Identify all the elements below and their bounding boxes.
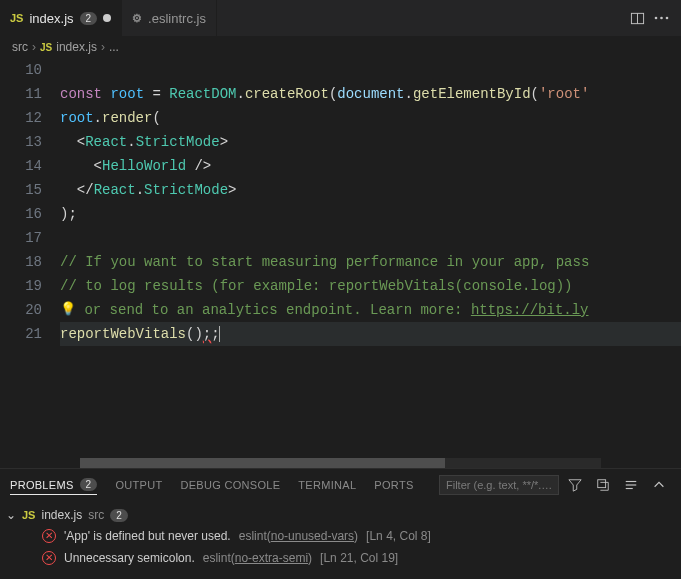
line-number: 12	[0, 106, 42, 130]
line-gutter: 101112131415161718192021	[0, 58, 60, 458]
line-number: 14	[0, 154, 42, 178]
problem-message: Unnecessary semicolon.	[64, 551, 195, 565]
problem-location: [Ln 4, Col 8]	[366, 529, 431, 543]
dirty-indicator-icon	[103, 14, 111, 22]
problem-file-name: index.js	[41, 508, 82, 522]
code-line[interactable]: <HelloWorld />	[60, 154, 681, 178]
problem-source: eslint(no-extra-semi)	[203, 551, 312, 565]
code-area[interactable]: const root = ReactDOM.createRoot(documen…	[60, 58, 681, 458]
panel-tab-ports[interactable]: PORTS	[374, 479, 413, 491]
code-editor[interactable]: 101112131415161718192021 const root = Re…	[0, 58, 681, 458]
problem-source: eslint(no-unused-vars)	[239, 529, 358, 543]
breadcrumb-file[interactable]: index.js	[56, 40, 97, 54]
line-number: 19	[0, 274, 42, 298]
svg-point-4	[665, 17, 668, 20]
error-icon: ✕	[42, 529, 56, 543]
line-number: 17	[0, 226, 42, 250]
error-icon: ✕	[42, 551, 56, 565]
problem-rule[interactable]: no-unused-vars	[271, 529, 354, 543]
code-line[interactable]: );	[60, 202, 681, 226]
code-line[interactable]	[60, 58, 681, 82]
js-file-icon: JS	[10, 12, 23, 24]
problem-rule[interactable]: no-extra-semi	[235, 551, 308, 565]
chevron-down-icon[interactable]: ⌄	[6, 508, 16, 522]
tab-problem-badge: 2	[80, 12, 98, 25]
panel-tab-debug-console[interactable]: DEBUG CONSOLE	[180, 479, 280, 491]
editor-tabbar: JS index.js 2 ⚙ .eslintrc.js	[0, 0, 681, 36]
code-line[interactable]: const root = ReactDOM.createRoot(documen…	[60, 82, 681, 106]
code-line[interactable]: 💡 or send to an analytics endpoint. Lear…	[60, 298, 681, 322]
line-number: 13	[0, 130, 42, 154]
horizontal-scrollbar[interactable]	[80, 458, 601, 468]
svg-point-3	[660, 17, 663, 20]
line-number: 20	[0, 298, 42, 322]
breadcrumb-folder[interactable]: src	[12, 40, 28, 54]
tab-label: .eslintrc.js	[148, 11, 206, 26]
line-number: 21	[0, 322, 42, 346]
tab-label: index.js	[29, 11, 73, 26]
chevron-up-icon[interactable]	[647, 473, 671, 497]
line-number: 11	[0, 82, 42, 106]
tab-eslintrc-js[interactable]: ⚙ .eslintrc.js	[122, 0, 217, 36]
panel-tab-problems[interactable]: PROBLEMS 2	[10, 478, 97, 495]
line-number: 16	[0, 202, 42, 226]
line-number: 10	[0, 58, 42, 82]
code-line[interactable]	[60, 226, 681, 250]
svg-point-2	[654, 17, 657, 20]
breadcrumb[interactable]: src › JS index.js › ...	[0, 36, 681, 58]
panel-tab-output[interactable]: OUTPUT	[115, 479, 162, 491]
problem-file-dir: src	[88, 508, 104, 522]
panel-tab-terminal[interactable]: TERMINAL	[298, 479, 356, 491]
view-as-list-icon[interactable]	[619, 473, 643, 497]
panel-tabbar: PROBLEMS 2 OUTPUT DEBUG CONSOLE TERMINAL…	[0, 469, 681, 501]
panel-actions	[439, 473, 671, 497]
bottom-panel: PROBLEMS 2 OUTPUT DEBUG CONSOLE TERMINAL…	[0, 468, 681, 573]
problem-file-count-badge: 2	[110, 509, 128, 522]
config-file-icon: ⚙	[132, 12, 142, 25]
panel-tab-label: PROBLEMS	[10, 479, 74, 491]
problems-count-badge: 2	[80, 478, 98, 491]
problem-location: [Ln 21, Col 19]	[320, 551, 398, 565]
code-line[interactable]: // If you want to start measuring perfor…	[60, 250, 681, 274]
collapse-all-icon[interactable]	[591, 473, 615, 497]
problems-list: ⌄ JS index.js src 2 ✕'App' is defined bu…	[0, 501, 681, 573]
code-line[interactable]: root.render(	[60, 106, 681, 130]
split-editor-icon[interactable]	[625, 6, 649, 30]
problems-filter-input[interactable]	[439, 475, 559, 495]
code-line[interactable]: // to log results (for example: reportWe…	[60, 274, 681, 298]
problem-message: 'App' is defined but never used.	[64, 529, 231, 543]
code-line[interactable]: reportWebVitals();;	[60, 322, 681, 346]
js-file-icon: JS	[22, 509, 35, 521]
tab-index-js[interactable]: JS index.js 2	[0, 0, 122, 36]
chevron-right-icon: ›	[32, 40, 36, 54]
js-file-icon: JS	[40, 42, 52, 53]
problem-file-row[interactable]: ⌄ JS index.js src 2	[6, 505, 675, 525]
problem-item[interactable]: ✕Unnecessary semicolon.eslint(no-extra-s…	[6, 547, 675, 569]
line-number: 18	[0, 250, 42, 274]
scrollbar-thumb[interactable]	[80, 458, 445, 468]
line-number: 15	[0, 178, 42, 202]
breadcrumb-more[interactable]: ...	[109, 40, 119, 54]
code-line[interactable]: </React.StrictMode>	[60, 178, 681, 202]
code-line[interactable]: <React.StrictMode>	[60, 130, 681, 154]
tab-actions	[625, 6, 681, 30]
problem-item[interactable]: ✕'App' is defined but never used.eslint(…	[6, 525, 675, 547]
svg-rect-5	[598, 480, 606, 488]
more-actions-icon[interactable]	[649, 6, 673, 30]
chevron-right-icon: ›	[101, 40, 105, 54]
filter-icon[interactable]	[563, 473, 587, 497]
